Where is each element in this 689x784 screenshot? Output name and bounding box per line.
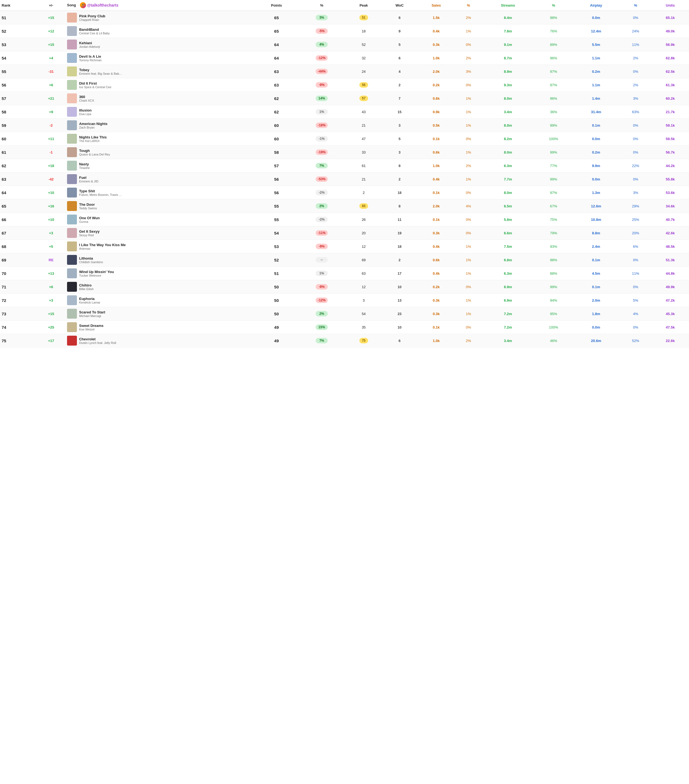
airplay-pct-value: 11% xyxy=(632,43,639,47)
table-row: 69RELithoniaChildish Gambino52--6920.6k1… xyxy=(0,253,689,267)
units-value: 56.7k xyxy=(666,150,675,154)
cell-sales-pct: 2% xyxy=(455,334,481,348)
streams-pct-value: 99% xyxy=(550,177,557,181)
cell-rank: 70 xyxy=(0,267,37,280)
song-thumbnail xyxy=(67,228,77,238)
pct-badge: 1% xyxy=(316,270,328,276)
points-value: 49 xyxy=(274,338,279,343)
airplay-value: 31.4m xyxy=(591,110,601,114)
streams-value: 9.1m xyxy=(504,43,512,47)
song-thumbnail xyxy=(67,66,77,76)
cell-streams-pct: 99% xyxy=(535,119,572,132)
cell-sales: 0.3k xyxy=(417,294,456,307)
sales-value: 0.5k xyxy=(433,124,440,127)
sales-value: 1.0k xyxy=(433,339,440,343)
pct-badge: -19% xyxy=(316,150,328,155)
cell-change: +3 xyxy=(37,294,65,307)
cell-streams-pct: 98% xyxy=(535,11,572,25)
change-value: +3 xyxy=(49,231,53,235)
cell-streams: 8.7m xyxy=(481,51,535,65)
points-value: 63 xyxy=(274,83,279,87)
cell-change: +16 xyxy=(37,199,65,213)
song-artist: The Kid LAROI xyxy=(79,139,107,143)
streams-pct-value: 89% xyxy=(550,43,557,47)
sales-pct-value: 1% xyxy=(466,298,471,303)
woc-value: 18 xyxy=(397,244,401,249)
cell-woc: 8 xyxy=(382,159,417,173)
streams-pct-value: 98% xyxy=(550,16,557,20)
song-thumbnail xyxy=(67,242,77,251)
cell-airplay: 1.4m xyxy=(572,92,620,105)
song-artist: Chappell Roan xyxy=(79,18,105,21)
song-thumbnail xyxy=(67,94,77,103)
cell-streams-pct: 99% xyxy=(535,173,572,186)
song-artist: Zach Bryan xyxy=(79,126,107,129)
streams-pct-value: 76% xyxy=(550,29,557,33)
song-thumbnail xyxy=(67,40,77,49)
pct-badge: -12% xyxy=(316,298,328,303)
cell-song: NastyTinashe xyxy=(65,159,255,173)
change-value: +10 xyxy=(48,217,54,222)
units-value: 59.5k xyxy=(666,137,675,141)
table-row: 51+15Pink Pony ClubChappell Roan653%5161… xyxy=(0,11,689,25)
cell-streams-pct: 100% xyxy=(535,321,572,334)
cell-song: One Of WunGunna xyxy=(65,213,255,226)
song-thumbnail xyxy=(67,80,77,90)
cell-sales: 2.0k xyxy=(417,65,456,78)
cell-units: 49.9k xyxy=(652,280,689,294)
streams-pct-value: 97% xyxy=(550,69,557,74)
cell-streams: 8.0m xyxy=(481,186,535,199)
cell-airplay: 31.4m xyxy=(572,105,620,119)
song-thumbnail xyxy=(67,255,77,265)
sales-value: 0.2k xyxy=(433,83,440,87)
cell-units: 47.5k xyxy=(652,321,689,334)
woc-value: 11 xyxy=(397,217,401,222)
song-title: 360 xyxy=(79,95,94,99)
woc-value: 8 xyxy=(399,164,401,168)
points-value: 54 xyxy=(274,231,279,236)
cell-song: ChihiroBillie Eilish xyxy=(65,280,255,294)
streams-value: 3.4m xyxy=(504,110,512,114)
streams-pct-value: 46% xyxy=(550,339,557,343)
cell-change: +12 xyxy=(37,25,65,38)
cell-change: +4 xyxy=(37,51,65,65)
song-thumbnail xyxy=(67,214,77,224)
peak-badge: 51 xyxy=(359,15,368,20)
units-value: 21.7k xyxy=(666,110,675,114)
chart-table: Rank +/- Song 🎵 @talkofthecharts Points … xyxy=(0,0,689,348)
sales-pct-value: 2% xyxy=(466,339,471,343)
cell-peak: 35 xyxy=(345,321,382,334)
units-value: 59.1k xyxy=(666,124,675,127)
song-title: Band4Band xyxy=(79,28,110,31)
woc-value: 6 xyxy=(399,56,401,60)
cell-song: Band4BandCentral Cee & Lil Baby xyxy=(65,25,255,38)
cell-airplay: 8.8m xyxy=(572,226,620,240)
song-title: Chevrolet xyxy=(79,337,116,341)
cell-song: EuphoriaKendrick Lamar xyxy=(65,294,255,307)
cell-sales: 0.3k xyxy=(417,38,456,51)
streams-value: 6.3m xyxy=(504,272,512,275)
cell-change: +11 xyxy=(37,132,65,146)
cell-change: +6 xyxy=(37,78,65,92)
sales-value: 0.9k xyxy=(433,110,440,114)
airplay-pct-value: 0% xyxy=(633,258,638,262)
cell-sales: 0.2k xyxy=(417,78,456,92)
streams-value: 5.8m xyxy=(504,217,512,222)
cell-peak: 54 xyxy=(345,307,382,321)
song-thumbnail xyxy=(67,134,77,144)
airplay-pct-value: 0% xyxy=(633,177,638,181)
header-site[interactable]: 🎵 @talkofthecharts xyxy=(80,2,119,8)
cell-woc: 5 xyxy=(382,132,417,146)
song-thumbnail xyxy=(67,268,77,278)
cell-airplay: 12.6m xyxy=(572,199,620,213)
header-peak: Peak xyxy=(345,0,382,11)
cell-change: +3 xyxy=(37,226,65,240)
cell-airplay: 12.4m xyxy=(572,25,620,38)
cell-streams-pct: 79% xyxy=(535,226,572,240)
pct-badge: 3% xyxy=(316,15,328,20)
cell-peak: 56 xyxy=(345,78,382,92)
cell-sales-pct: 2% xyxy=(455,159,481,173)
sales-pct-value: 0% xyxy=(466,191,471,195)
airplay-pct-value: 25% xyxy=(632,217,639,222)
airplay-value: 0.1m xyxy=(592,258,600,262)
